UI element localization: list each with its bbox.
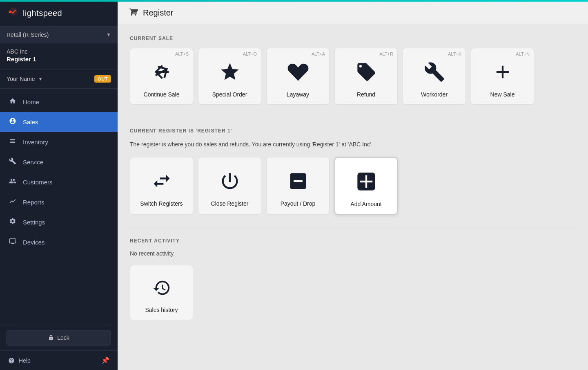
- sidebar-user: Your Name ▼ OUT: [0, 70, 118, 89]
- sidebar-label-home: Home: [23, 99, 39, 105]
- continue-sale-card[interactable]: ALT+S Continue Sale: [130, 48, 193, 105]
- current-register-section: CURRENT REGISTER IS 'REGISTER 1' The reg…: [130, 118, 576, 215]
- sidebar-label-service: Service: [23, 159, 43, 166]
- devices-icon: [8, 238, 17, 247]
- sidebar-label-customers: Customers: [23, 179, 53, 186]
- payout-drop-card[interactable]: Payout / Drop: [266, 157, 330, 215]
- current-register-label: CURRENT REGISTER IS 'REGISTER 1': [130, 128, 576, 134]
- sidebar-label-settings: Settings: [23, 219, 45, 226]
- current-sale-cards: ALT+S Continue Sale ALT+O: [130, 48, 576, 105]
- main-content: Register CURRENT SALE ALT+S Continue Sa: [118, 0, 588, 370]
- refund-label: Refund: [357, 91, 375, 98]
- special-order-card[interactable]: ALT+O Special Order: [198, 48, 261, 105]
- layaway-label: Layaway: [287, 91, 309, 98]
- customers-icon: [8, 177, 17, 187]
- home-icon: [8, 97, 17, 107]
- add-amount-label: Add Amount: [350, 201, 381, 207]
- lock-icon: [48, 335, 54, 341]
- add-amount-card[interactable]: Add Amount: [334, 157, 398, 215]
- sales-history-label: Sales history: [145, 307, 178, 313]
- inventory-icon: [8, 137, 17, 147]
- new-sale-icon: [492, 61, 513, 85]
- special-order-shortcut: ALT+O: [243, 52, 257, 56]
- register-action-cards: Switch Registers Close Register: [130, 157, 576, 215]
- settings-icon: [8, 218, 17, 227]
- register-name: Register 1: [7, 56, 111, 63]
- workorder-label: Workorder: [421, 91, 448, 98]
- layaway-icon: [287, 61, 309, 85]
- no-activity-text: No recent activity.: [130, 250, 576, 257]
- refund-card[interactable]: ALT+R Refund: [334, 48, 398, 105]
- sidebar-label-inventory: Inventory: [23, 139, 48, 146]
- help-icon: [8, 357, 15, 364]
- continue-sale-icon: [151, 61, 172, 85]
- sidebar-logo: lightspeed: [0, 0, 118, 27]
- sidebar-item-customers[interactable]: Customers: [0, 172, 118, 192]
- workorder-shortcut: ALT+K: [448, 52, 461, 56]
- sales-history-card[interactable]: Sales history: [130, 265, 193, 320]
- sidebar-item-service[interactable]: Service: [0, 152, 118, 172]
- switch-registers-icon: [151, 170, 172, 195]
- workorder-card[interactable]: ALT+K Workorder: [403, 48, 466, 105]
- workorder-icon: [424, 61, 445, 85]
- service-icon: [8, 157, 17, 167]
- store-selector[interactable]: Retail (R-Series) ▼: [0, 27, 118, 43]
- user-name: Your Name: [7, 76, 35, 82]
- continue-sale-label: Continue Sale: [144, 91, 180, 98]
- help-section: Help 📌: [0, 350, 118, 370]
- special-order-label: Special Order: [212, 91, 247, 98]
- user-chevron: ▼: [38, 76, 43, 81]
- reports-icon: [8, 197, 17, 207]
- payout-drop-icon: [287, 170, 309, 195]
- sidebar-item-inventory[interactable]: Inventory: [0, 132, 118, 152]
- switch-registers-label: Switch Registers: [140, 200, 183, 207]
- pin-icon: 📌: [101, 357, 109, 364]
- sidebar-item-devices[interactable]: Devices: [0, 232, 118, 252]
- register-info: ABC Inc Register 1: [0, 43, 118, 70]
- register-company: ABC Inc: [7, 48, 111, 55]
- sidebar-label-devices: Devices: [23, 239, 45, 246]
- store-name: Retail (R-Series): [7, 31, 49, 38]
- close-register-icon: [219, 170, 241, 195]
- recent-activity-cards: Sales history: [130, 265, 576, 320]
- payout-drop-label: Payout / Drop: [281, 200, 316, 207]
- recent-activity-label: RECENT ACTIVITY: [130, 238, 576, 244]
- new-sale-shortcut: ALT+N: [516, 52, 530, 56]
- logo-text: lightspeed: [23, 9, 62, 18]
- sidebar-item-settings[interactable]: Settings: [0, 212, 118, 232]
- refund-icon: [356, 61, 377, 85]
- svg-point-0: [9, 11, 11, 13]
- current-sale-section: CURRENT SALE ALT+S Continue Sale: [130, 36, 576, 105]
- sidebar-item-home[interactable]: Home: [0, 92, 118, 112]
- switch-registers-card[interactable]: Switch Registers: [130, 157, 193, 215]
- lock-section: Lock: [0, 325, 118, 350]
- register-header-icon: [129, 7, 138, 18]
- close-register-label: Close Register: [211, 200, 249, 207]
- lock-label: Lock: [57, 334, 69, 341]
- out-badge: OUT: [94, 75, 111, 83]
- sidebar-label-reports: Reports: [23, 199, 45, 206]
- special-order-icon: [219, 61, 241, 85]
- user-info[interactable]: Your Name ▼: [7, 76, 42, 82]
- add-amount-icon: [356, 171, 377, 195]
- sidebar-item-sales[interactable]: Sales: [0, 112, 118, 132]
- page-title: Register: [143, 8, 173, 18]
- store-selector-chevron: ▼: [106, 32, 111, 38]
- lock-button[interactable]: Lock: [7, 330, 111, 345]
- help-button[interactable]: Help: [8, 357, 31, 364]
- close-register-card[interactable]: Close Register: [198, 157, 261, 215]
- current-sale-label: CURRENT SALE: [130, 36, 576, 41]
- register-info-text: The register is where you do sales and r…: [130, 140, 576, 149]
- new-sale-label: New Sale: [490, 91, 515, 98]
- layaway-card[interactable]: ALT+A Layaway: [266, 48, 330, 105]
- sidebar-item-reports[interactable]: Reports: [0, 192, 118, 212]
- continue-sale-shortcut: ALT+S: [175, 52, 189, 56]
- main-header: Register: [118, 2, 588, 24]
- sidebar-label-sales: Sales: [23, 119, 38, 126]
- sidebar-nav: Home Sales Inventory Servi: [0, 89, 118, 325]
- sales-history-icon: [152, 278, 171, 301]
- main-body: CURRENT SALE ALT+S Continue Sale: [118, 24, 588, 345]
- sidebar: lightspeed Retail (R-Series) ▼ ABC Inc R…: [0, 0, 118, 370]
- layaway-shortcut: ALT+A: [312, 52, 325, 56]
- new-sale-card[interactable]: ALT+N New Sale: [471, 48, 534, 105]
